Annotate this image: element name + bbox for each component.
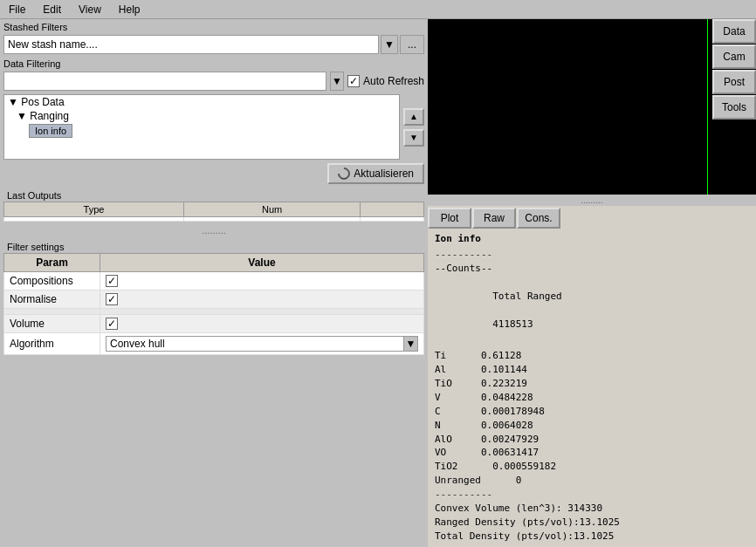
- cons-button[interactable]: Cons.: [517, 208, 560, 229]
- move-down-button[interactable]: ▼: [403, 129, 424, 147]
- cam-button[interactable]: Cam: [712, 44, 756, 69]
- ion-info-badge[interactable]: Ion info: [29, 124, 72, 138]
- aktualisieren-label: Aktualisieren: [354, 168, 414, 180]
- table-row: Algorithm Convex hull ▼: [4, 333, 424, 355]
- main-container: Stashed Filters ▼ ... Data Filtering ▼ ✓: [0, 19, 756, 547]
- algorithm-value: Convex hull: [107, 337, 403, 351]
- dots-separator: .........: [0, 223, 428, 237]
- tree-section: ▼ Pos Data ▼ Ranging Ion info ▲ ▼: [3, 94, 424, 160]
- volume-checkbox[interactable]: ✓: [106, 318, 118, 330]
- info-divider-1: ----------: [435, 248, 749, 262]
- menu-view[interactable]: View: [75, 3, 105, 16]
- algo-arrow-icon: ▼: [406, 338, 416, 350]
- element-c: C 0.000178948: [435, 405, 749, 419]
- right-panel: Data Cam Post Tools ......... Plot Raw C…: [428, 19, 756, 547]
- auto-refresh-label: Auto Refresh: [363, 75, 424, 87]
- info-panel-title: Ion info: [435, 232, 749, 246]
- last-outputs-label: Last Outputs: [3, 188, 424, 202]
- checkmark-icon: ✓: [349, 75, 358, 87]
- value-normalise: ✓: [100, 291, 424, 309]
- param-empty: [4, 309, 100, 315]
- viz-toolbar: Data Cam Post Tools: [712, 19, 756, 120]
- last-outputs-col-empty: [361, 202, 424, 217]
- compositions-checkbox[interactable]: ✓: [106, 275, 118, 287]
- tree-node-ion-info[interactable]: Ion info: [4, 123, 399, 139]
- menu-file[interactable]: File: [5, 3, 29, 16]
- element-unranged: Unranged 0: [435, 474, 749, 488]
- param-algorithm: Algorithm: [4, 333, 100, 355]
- stash-dropdown-button[interactable]: ▼: [381, 35, 398, 54]
- stash-dots-button[interactable]: ...: [400, 35, 424, 54]
- auto-refresh-group: ✓ Auto Refresh: [347, 75, 424, 87]
- last-outputs-section: Last Outputs Type Num: [3, 188, 424, 222]
- element-vo: VO 0.00631417: [435, 446, 749, 460]
- right-separator: .........: [428, 195, 756, 206]
- move-up-button[interactable]: ▲: [403, 108, 424, 126]
- info-divider-2: ----------: [435, 488, 749, 502]
- algorithm-dropdown[interactable]: Convex hull ▼: [106, 336, 418, 352]
- tree-arrow-ranging: ▼: [17, 110, 27, 122]
- menu-edit[interactable]: Edit: [39, 3, 65, 16]
- value-compositions: ✓: [100, 272, 424, 291]
- tree-node-pos-data[interactable]: ▼ Pos Data: [4, 95, 399, 109]
- table-row: Normalise ✓: [4, 291, 424, 309]
- filter-dropdown[interactable]: [3, 72, 326, 91]
- element-ti: Ti 0.61128: [435, 349, 749, 363]
- convex-volume: Convex Volume (len^3): 314330: [435, 502, 749, 516]
- data-filtering-label: Data Filtering: [0, 56, 428, 70]
- checkmark-icon: ✓: [107, 275, 116, 287]
- menubar: File Edit View Help: [0, 0, 756, 19]
- param-normalise: Normalise: [4, 291, 100, 309]
- checkmark-icon: ✓: [107, 293, 116, 305]
- table-row: [4, 217, 424, 222]
- dots-icon: ...: [408, 38, 416, 51]
- algorithm-dropdown-arrow[interactable]: ▼: [403, 337, 417, 351]
- filter-settings-table: Param Value Compositions ✓: [3, 253, 424, 355]
- table-row: Compositions ✓: [4, 272, 424, 291]
- checkmark-icon: ✓: [107, 318, 116, 330]
- data-button[interactable]: Data: [712, 19, 756, 44]
- element-alo: AlO 0.00247929: [435, 433, 749, 447]
- total-ranged-label: Total Ranged: [492, 291, 561, 302]
- tools-button[interactable]: Tools: [712, 95, 756, 120]
- tree-view: ▼ Pos Data ▼ Ranging Ion info: [3, 94, 400, 160]
- last-outputs-table: Type Num: [3, 202, 424, 222]
- stash-name-input[interactable]: [3, 35, 379, 54]
- raw-button[interactable]: Raw: [472, 208, 516, 229]
- element-tio2: TiO2 0.000559182: [435, 460, 749, 474]
- tree-node-ranging[interactable]: ▼ Ranging: [4, 109, 399, 123]
- element-al: Al 0.101144: [435, 363, 749, 377]
- param-volume: Volume: [4, 315, 100, 333]
- aktualisieren-button[interactable]: Aktualisieren: [327, 163, 424, 184]
- tree-arrow-pos-data: ▼: [8, 96, 18, 108]
- ranged-density: Ranged Density (pts/vol):13.1025: [435, 516, 749, 530]
- tree-side-buttons: ▲ ▼: [400, 94, 424, 160]
- auto-refresh-checkbox[interactable]: ✓: [347, 75, 360, 87]
- value-empty: [100, 309, 424, 315]
- green-line: [707, 19, 708, 195]
- param-compositions: Compositions: [4, 272, 100, 291]
- counts-header: --Counts--: [435, 262, 749, 276]
- plot-button[interactable]: Plot: [428, 208, 471, 229]
- filter-settings-label: Filter settings: [3, 239, 424, 253]
- last-outputs-col-type: Type: [4, 202, 184, 217]
- table-row: [4, 309, 424, 315]
- filter-dropdown-arrow[interactable]: ▼: [330, 72, 344, 91]
- element-tio: TiO 0.223219: [435, 377, 749, 391]
- last-outputs-col-num: Num: [183, 202, 360, 217]
- param-col-header: Param: [4, 254, 100, 272]
- dropdown-arrow-icon: ▼: [384, 38, 395, 51]
- refresh-icon: [335, 165, 353, 182]
- tree-label-pos-data: Pos Data: [21, 96, 64, 108]
- aktualisieren-row: Aktualisieren: [0, 161, 428, 186]
- value-col-header: Value: [100, 254, 424, 272]
- menu-help[interactable]: Help: [115, 3, 144, 16]
- value-algorithm: Convex hull ▼: [100, 333, 424, 355]
- filter-settings-section: Filter settings Param Value Compositions…: [3, 239, 424, 545]
- post-button[interactable]: Post: [712, 70, 756, 94]
- info-panel: Plot Raw Cons. Ion info ---------- --Cou…: [428, 206, 756, 547]
- normalise-checkbox[interactable]: ✓: [106, 293, 118, 305]
- value-volume: ✓: [100, 315, 424, 333]
- info-content: Ion info ---------- --Counts-- Total Ran…: [428, 229, 756, 547]
- stashed-filters-label: Stashed Filters: [0, 19, 428, 33]
